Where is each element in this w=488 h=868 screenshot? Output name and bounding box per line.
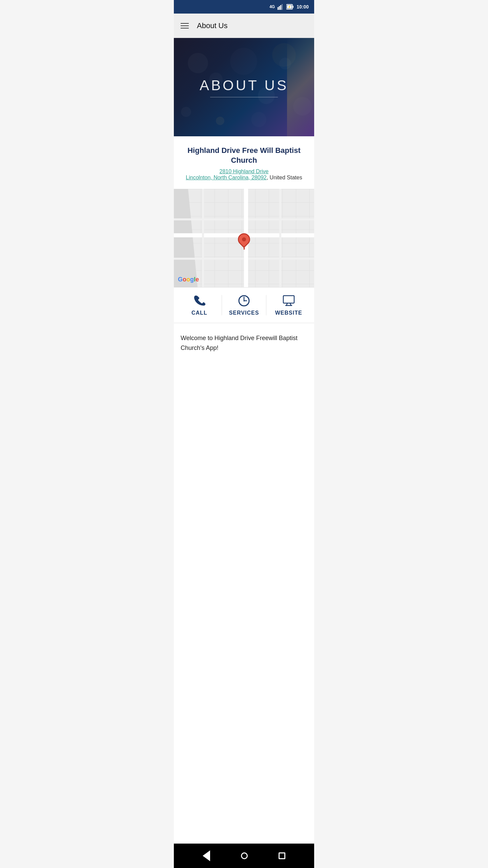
website-button[interactable]: WEBSITE [266, 294, 311, 316]
call-label: CALL [191, 310, 207, 316]
website-label: WEBSITE [275, 310, 302, 316]
phone-icon [193, 294, 206, 307]
church-name: Highland Drive Free Will Baptist Church [181, 146, 307, 165]
welcome-text: Welcome to Highland Drive Freewill Bapti… [181, 333, 307, 353]
google-logo: Google [178, 276, 199, 283]
call-button[interactable]: CALL [177, 294, 222, 316]
hamburger-line [181, 23, 189, 24]
map-section[interactable]: Google [174, 189, 314, 287]
status-bar: 4G ⚡ 10:00 [174, 0, 314, 14]
menu-button[interactable] [181, 23, 189, 28]
address-country: , United States [267, 175, 302, 180]
back-button[interactable] [203, 850, 210, 861]
address-line1[interactable]: 2810 Highland Drive [220, 169, 269, 174]
svg-rect-3 [282, 4, 283, 10]
clock-icon [238, 294, 250, 307]
address-line2[interactable]: Lincolnton, North Carolina, 28092 [186, 175, 266, 180]
app-bar: About Us [174, 14, 314, 38]
hero-title: ABOUT US [200, 77, 288, 94]
hamburger-line [181, 25, 189, 26]
home-circle-icon [241, 852, 248, 859]
recents-square-icon [279, 852, 285, 859]
welcome-section: Welcome to Highland Drive Freewill Bapti… [174, 323, 314, 844]
services-button[interactable]: SERVICES [222, 294, 266, 316]
action-buttons-bar: CALL SERVICES WEBSITE [174, 287, 314, 323]
svg-rect-0 [278, 7, 279, 10]
recents-button[interactable] [279, 852, 285, 859]
svg-rect-1 [279, 6, 280, 10]
home-button[interactable] [241, 852, 248, 859]
monitor-icon [282, 294, 295, 307]
signal-indicator: 4G [269, 4, 275, 9]
hero-banner: ABOUT US [174, 38, 314, 136]
signal-icon [278, 4, 284, 10]
map-road-right [279, 189, 281, 287]
time-display: 10:00 [297, 4, 309, 9]
battery-icon: ⚡ [286, 4, 294, 10]
svg-rect-11 [283, 296, 294, 303]
back-arrow-icon [203, 850, 210, 861]
map-pin-dot [241, 236, 247, 242]
hero-underline [210, 97, 278, 97]
hero-text-container: ABOUT US [200, 77, 288, 97]
map-pin-head [236, 231, 253, 248]
page-title: About Us [197, 21, 228, 30]
map-road-left [202, 189, 204, 287]
hamburger-line [181, 28, 189, 28]
svg-rect-5 [292, 6, 293, 8]
svg-text:⚡: ⚡ [288, 5, 291, 8]
map-pin [238, 233, 250, 250]
services-label: SERVICES [229, 310, 259, 316]
svg-rect-2 [280, 5, 281, 10]
church-info-section: Highland Drive Free Will Baptist Church … [174, 136, 314, 189]
address-line2-container: Lincolnton, North Carolina, 28092, Unite… [181, 175, 307, 181]
bottom-navigation [174, 844, 314, 868]
